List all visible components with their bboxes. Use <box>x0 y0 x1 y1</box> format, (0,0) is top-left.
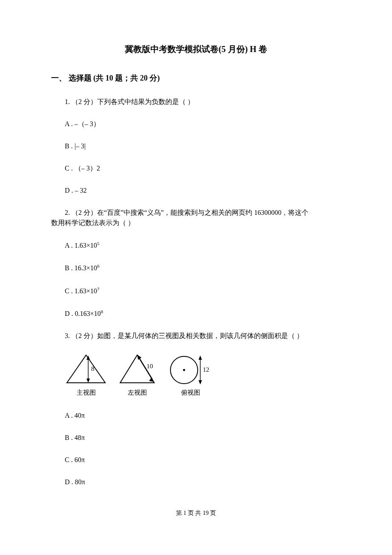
fig-left-slant-label: 10 <box>147 363 153 370</box>
q3-option-a: A . 40π <box>51 410 341 421</box>
triangle-icon: 10 <box>116 353 159 387</box>
q2-d-prefix: D . <box>65 310 75 317</box>
q2-stem-line1: 2. （2 分）在“百度”中搜索“义乌”，能搜索到与之相关的网页约 163000… <box>51 208 341 218</box>
q1-option-b: B . |– 3| <box>51 141 341 151</box>
q2-option-a: A . 1.63×105 <box>51 240 341 251</box>
fig-top-d-label: 12 <box>203 366 209 373</box>
q2-a-prefix: A . <box>65 242 75 249</box>
q2-c-base: 1.63×10 <box>75 287 97 295</box>
fig-left-label: 左视图 <box>116 388 159 398</box>
q2-b-base: 16.3×10 <box>75 265 97 272</box>
q2-c-prefix: C . <box>65 287 75 295</box>
fig-main-label: 主视图 <box>65 388 107 398</box>
q2-b-exp: 6 <box>97 263 100 269</box>
fig-main-h-label: 8 <box>91 365 95 372</box>
q2-option-c: C . 1.63×107 <box>51 286 341 296</box>
page-footer: 第 1 页 共 19 页 <box>51 509 341 517</box>
svg-marker-7 <box>149 378 154 382</box>
q1-stem: 1. （2 分）下列各式中结果为负数的是（ ） <box>51 97 341 107</box>
doc-title: 冀教版中考数学模拟试卷(5 月份) H 卷 <box>51 43 341 55</box>
q2-stem-line2: 数用科学记数法表示为（ ） <box>51 218 341 228</box>
fig-main-view: 8 主视图 <box>65 353 107 398</box>
q1-option-a: A . –（– 3） <box>51 119 341 129</box>
q2-d-exp: 8 <box>101 309 104 314</box>
q3-stem: 3. （2 分）如图，是某几何体的三视图及相关数据，则该几何体的侧面积是（ ） <box>51 331 341 341</box>
q3-option-d: D . 80π <box>51 477 341 487</box>
q2-c-exp: 7 <box>97 286 100 292</box>
q2-b-prefix: B . <box>65 265 75 272</box>
svg-marker-12 <box>199 380 202 384</box>
q2-option-b: B . 16.3×106 <box>51 263 341 273</box>
q3-option-b: B . 48π <box>51 433 341 443</box>
q2-option-d: D . 0.163×108 <box>51 308 341 319</box>
fig-top-label: 俯视图 <box>167 388 214 398</box>
q3-option-c: C . 60π <box>51 455 341 465</box>
svg-point-9 <box>183 369 185 371</box>
q2-a-base: 1.63×10 <box>75 242 97 249</box>
q2-stem: 2. （2 分）在“百度”中搜索“义乌”，能搜索到与之相关的网页约 163000… <box>51 208 341 228</box>
fig-top-view: 12 俯视图 <box>167 353 214 398</box>
fig-left-view: 10 左视图 <box>116 353 159 398</box>
q2-d-base: 0.163×10 <box>75 310 101 317</box>
svg-marker-3 <box>86 379 90 383</box>
q1-option-c: C . （– 3）2 <box>51 163 341 173</box>
q3-figures: 8 主视图 10 左视图 <box>65 353 341 398</box>
svg-marker-0 <box>67 355 105 383</box>
triangle-icon: 8 <box>65 353 107 387</box>
svg-marker-11 <box>199 356 202 360</box>
q1-option-d: D . – 32 <box>51 185 341 196</box>
section-heading-1: 一、 选择题 (共 10 题；共 20 分) <box>51 72 341 84</box>
q2-a-exp: 5 <box>97 241 100 246</box>
circle-icon: 12 <box>167 353 214 387</box>
